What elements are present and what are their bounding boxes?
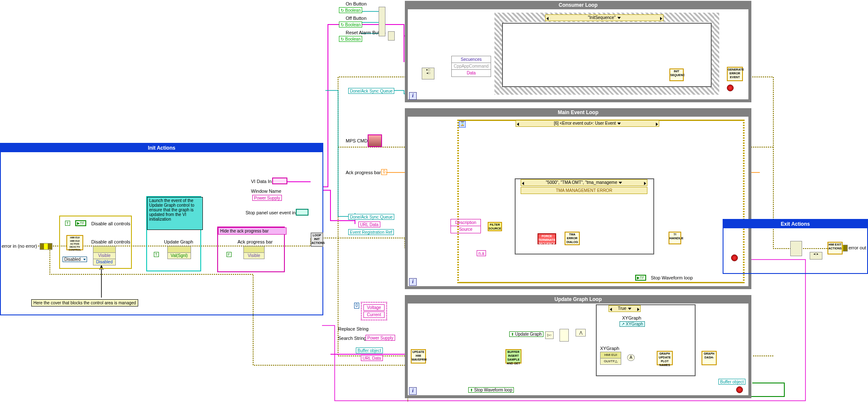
cluster-cpp: CppAppCommand bbox=[452, 63, 491, 70]
prop-ack-visible: Visible bbox=[243, 246, 265, 259]
xygraph-prop: HMI EUIGUI/TF△ bbox=[600, 352, 621, 365]
stop-panel-evt-label: Stop panel user event in bbox=[246, 210, 296, 215]
current: Current bbox=[363, 312, 385, 318]
subvi-force: FORCE TERMINATE SEQUENCE bbox=[538, 233, 556, 244]
subvi-loop-init: LOOP INIT ACTIONS bbox=[311, 232, 323, 247]
not-node: ▷○ bbox=[545, 331, 554, 339]
tf-true-2: T bbox=[154, 252, 159, 257]
update-graph-label: Update Graph bbox=[164, 239, 193, 244]
done-ack-1: Done/Ack Sync Queue bbox=[348, 88, 394, 94]
unbundle-small: ▸□◂□ bbox=[422, 68, 434, 79]
main-title: Main Event Loop bbox=[405, 108, 751, 117]
subvi-active-deact: HMI EUIHMI EUI ACTIVE DEACTV CONTROL bbox=[66, 235, 83, 250]
na-const: n.a bbox=[477, 250, 486, 256]
main-i: i bbox=[409, 278, 417, 286]
subvi-gen-err: GENERATE ERROR EVENT bbox=[727, 67, 743, 81]
consumer-cluster: Secuences CppAppCommand Data bbox=[451, 56, 491, 77]
build-node-1 bbox=[379, 7, 385, 36]
reset-button-bool: ↻ Boolean bbox=[339, 36, 362, 42]
stop-wave-local: Stop Waveform loop bbox=[468, 387, 514, 393]
consumer-title: Consumer Loop bbox=[405, 1, 751, 9]
init-actions-title: Init Actions bbox=[1, 144, 322, 152]
valsgnl: Val(Sgnl) bbox=[168, 253, 191, 259]
stop-wave-label: Stop Waveform loop bbox=[651, 275, 693, 280]
xygraph-ref: ↗ XYGraph bbox=[620, 321, 645, 327]
vc-cluster: Voltage Current bbox=[361, 302, 387, 320]
stop-wave-tf: ▶TF bbox=[635, 275, 646, 281]
subvi-update-hmi: UPDATE HMI WAVEFRM bbox=[411, 349, 426, 364]
ack-bar-label: Ack progress bar bbox=[237, 239, 273, 244]
search-label: Search String bbox=[338, 336, 366, 341]
yellow-comment: Here the cover that blocks the control a… bbox=[31, 299, 138, 306]
zero-const: 0 bbox=[354, 303, 359, 309]
tf-indicator-1: ▶TF bbox=[75, 220, 86, 226]
cyan-group: Launch the event of the Update Graph con… bbox=[146, 196, 201, 271]
xygraph-prop-label: XYGraph bbox=[600, 346, 619, 351]
build-node-2 bbox=[388, 31, 395, 41]
power-supply-const: Power Supply bbox=[252, 195, 282, 201]
consumer-case-sel[interactable]: "InitSequence" bbox=[545, 14, 663, 21]
off-button-label: Off Button bbox=[346, 16, 366, 21]
ack-visible: Visible bbox=[244, 253, 264, 259]
url-main: URL Data bbox=[358, 222, 380, 227]
disable-all-1: Disable all controls bbox=[91, 221, 130, 226]
a-node: A bbox=[627, 354, 635, 361]
xygraph-label: XYGraph bbox=[622, 315, 641, 320]
subvi-handle: ?!HANDLE bbox=[669, 232, 681, 244]
timeout-box: ⌛ bbox=[459, 121, 466, 128]
main-inner-title: TMA MANAGEMENT ERROR bbox=[521, 187, 647, 194]
ack-zero: 0 bbox=[381, 169, 387, 175]
mps-ctrl bbox=[368, 134, 382, 147]
event-sel[interactable]: [6] <Error event out>: User Event bbox=[516, 120, 659, 127]
desc: Description bbox=[451, 219, 480, 226]
window-name-label: Window Name bbox=[251, 189, 281, 194]
cluster-sec: Secuences bbox=[452, 56, 491, 63]
subvi-insert: BUFFER INSERT SAMPLE AND GET bbox=[505, 349, 521, 364]
graph-case bbox=[596, 304, 696, 376]
replace-label: Replace String bbox=[338, 326, 368, 331]
graph-loop: Update Graph Loop bbox=[405, 295, 751, 398]
vi-data-in-label: VI Data In bbox=[251, 179, 272, 184]
subvi-filter: FILTER SOURCE bbox=[488, 222, 502, 231]
prop-valsgnl: Val(Sgnl) bbox=[167, 246, 191, 259]
on-button-bool: ↻ Boolean bbox=[339, 7, 362, 13]
merge-err bbox=[790, 241, 802, 256]
tf-false: F bbox=[227, 252, 232, 257]
stop-panel-evt-ctrl bbox=[296, 209, 308, 216]
url-graph: URL Data bbox=[361, 355, 383, 361]
prop-visible-disabled: Visible Disabled bbox=[93, 246, 116, 265]
exit-unbundle: ◂□▸ bbox=[810, 252, 822, 260]
and-node: ⋀ bbox=[576, 329, 586, 336]
cyan-comment: Launch the event of the Update Graph con… bbox=[147, 197, 203, 230]
on-button-label: On Button bbox=[346, 1, 367, 6]
graph-i: i bbox=[409, 387, 417, 395]
src: Source bbox=[451, 226, 480, 232]
prop-disabled: Disabled bbox=[93, 259, 115, 265]
subvi-init-seq: INIT SEQUENC bbox=[669, 68, 684, 81]
subvi-exit: HMI EXIT ACTIONS bbox=[827, 242, 843, 254]
sel-node bbox=[560, 329, 569, 342]
power-const: Power Supply bbox=[366, 335, 395, 341]
cluster-data: Data bbox=[452, 70, 491, 76]
buffer-out: Buffer object bbox=[718, 379, 745, 385]
buffer-obj: Buffer object bbox=[356, 347, 383, 353]
off-button-bool: ↻ Boolean bbox=[339, 22, 362, 27]
vi-data-in-ctrl bbox=[272, 178, 287, 184]
graph-stop bbox=[736, 386, 743, 393]
disabled-ring[interactable]: Disabled bbox=[63, 257, 87, 262]
graph-case-sel[interactable]: True bbox=[609, 305, 641, 312]
main-inner-sel[interactable]: "5000", "TMA OMT", "tma_manageme bbox=[521, 179, 647, 186]
prop-visible: Visible bbox=[93, 253, 115, 259]
consumer-stop bbox=[727, 85, 734, 91]
ev-reg-ref: Event Registration Ref bbox=[348, 229, 394, 235]
exit-title: Exit Actions bbox=[723, 220, 867, 228]
mps-cmd: MPS CMD bbox=[346, 138, 368, 143]
subvi-plot-names: GRAPH UPDATE PLOT NAMES bbox=[657, 351, 673, 365]
done-ack-main: Done/Ack Sync Queue bbox=[348, 214, 394, 220]
ack-bar-main: Ack progress bar bbox=[346, 170, 381, 175]
voltage: Voltage bbox=[363, 304, 385, 311]
desc-src-unbundle: Description Source bbox=[450, 219, 481, 233]
tf-true-1: T bbox=[65, 221, 70, 226]
subvi-dialog: TMA ERROR DIALOG bbox=[565, 232, 580, 245]
disable-all-2: Disable all controls bbox=[91, 239, 130, 244]
